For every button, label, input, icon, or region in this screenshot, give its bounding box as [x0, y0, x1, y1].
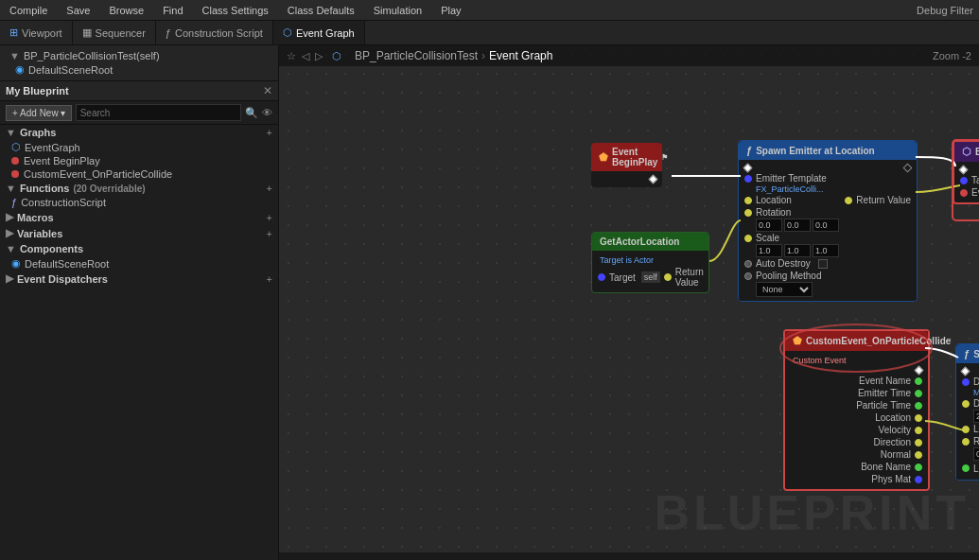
decal-mat-value: M_FX_Decal_Blo... [962, 388, 979, 397]
my-blueprint-title: My Blueprint [6, 85, 69, 96]
graphs-add-button[interactable]: + [267, 127, 272, 138]
get-actor-location-node[interactable]: GetActorLocation Target is Actor Target … [591, 232, 709, 293]
menu-browse[interactable]: Browse [105, 4, 148, 17]
menu-class-settings[interactable]: Class Settings [199, 4, 272, 17]
spawn-emitter-node[interactable]: ƒ Spawn Emitter at Location Emitter Temp… [738, 140, 918, 302]
menu-class-defaults[interactable]: Class Defaults [284, 4, 358, 17]
bookmark-icon[interactable]: ☆ [287, 50, 296, 62]
get-actor-location-body: Target is Actor Target self Return Value [592, 251, 708, 292]
functions-label: Functions [20, 183, 70, 194]
tree-item-bp-self[interactable]: ▼ BP_ParticleCollisionTest(self) [4, 49, 274, 62]
bind-event-in [960, 189, 968, 197]
variables-label: Variables [17, 228, 62, 239]
tree-default-scene-root[interactable]: ◉ DefaultSceneRoot [0, 256, 278, 271]
sequencer-icon: ▦ [82, 26, 92, 39]
normal-out [915, 451, 922, 459]
decal-rot-x[interactable] [973, 447, 979, 461]
custom-event-node[interactable]: ⬟ CustomEvent_OnParticleCollide Custom E… [783, 329, 930, 491]
dispatchers-add-button[interactable]: + [267, 273, 272, 285]
menu-simulation[interactable]: Simulation [370, 4, 426, 17]
tab-construction-script[interactable]: ƒ Construction Script [156, 21, 273, 44]
macros-add-button[interactable]: + [267, 212, 272, 223]
blueprint-watermark: BLUEPRINT [654, 484, 970, 541]
tree-event-begin-play[interactable]: Event BeginPlay [0, 154, 278, 167]
spawn-emitter-body: Emitter Template FX_ParticleColli... Loc… [739, 160, 917, 301]
tree-custom-event[interactable]: CustomEvent_OnParticleCollide [0, 167, 278, 181]
forward-icon[interactable]: ▷ [315, 50, 323, 62]
scale-fields [744, 244, 911, 257]
functions-section-header: ▼ Functions (20 Overridable) + [0, 181, 278, 196]
event-dispatchers-section-header: ▶ Event Dispatchers + [0, 271, 278, 287]
spawn-emitter-header: ƒ Spawn Emitter at Location [739, 141, 917, 160]
bind-event-header: ⬡ Bind Event to OnParticleCollide [954, 142, 979, 162]
bind-exec-in-pin [959, 166, 969, 175]
tree-item-default-scene-root-top[interactable]: ◉ DefaultSceneRoot [4, 62, 274, 77]
add-new-button[interactable]: + Add New ▾ [6, 105, 72, 121]
menu-play[interactable]: Play [437, 4, 464, 17]
breadcrumb: BP_ParticleCollisionTest › Event Graph [355, 49, 552, 62]
spawn-decal-body: Decal Material Return Value M_FX_Decal_B… [956, 363, 979, 480]
variables-add-button[interactable]: + [267, 228, 272, 239]
particle-time-pin: Particle Time [791, 399, 922, 411]
functions-add-button[interactable]: + [267, 183, 272, 194]
menu-find[interactable]: Find [159, 4, 186, 17]
bind-event-node[interactable]: ⬡ Bind Event to OnParticleCollide Target… [953, 140, 979, 204]
auto-destroy-checkbox[interactable] [818, 259, 828, 269]
dispatchers-label: Event Dispatchers [17, 273, 108, 285]
tree-section: ▼ Graphs + ⬡ EventGraph Event BeginPlay … [0, 125, 278, 560]
search-icon[interactable]: 🔍 [245, 107, 258, 119]
breadcrumb-separator: › [481, 49, 485, 62]
debug-filter-label: Debug Filter [917, 5, 973, 16]
pooling-select[interactable]: None [756, 282, 813, 297]
tree-event-graph[interactable]: ⬡ EventGraph [0, 140, 278, 154]
scale-x-field[interactable] [756, 244, 782, 257]
tab-sequencer[interactable]: ▦ Sequencer [73, 21, 156, 44]
get-actor-location-header: GetActorLocation [592, 233, 708, 251]
return-pin [664, 273, 672, 281]
spawn-decal-node[interactable]: ƒ Spawn Decal at Location Decal Material… [955, 343, 979, 481]
bind-target-in [960, 177, 968, 184]
decal-loc-in [962, 426, 970, 433]
event-name-out [915, 377, 922, 385]
event-begin-play-node[interactable]: ⬟ Event BeginPlay ⚑ [591, 143, 662, 187]
rotation-x-field[interactable] [756, 219, 782, 232]
menu-save[interactable]: Save [62, 4, 94, 17]
scale-z-field[interactable] [813, 244, 839, 257]
macros-section-header: ▶ Macros + [0, 209, 278, 225]
my-blueprint-close[interactable]: ✕ [263, 84, 272, 97]
arrow-icon: ▼ [9, 50, 20, 61]
graph-icon: ⬡ [283, 26, 292, 39]
rotation-y-field[interactable] [784, 219, 811, 232]
pooling-in [744, 272, 752, 280]
target-pin: Target self Return Value [598, 266, 703, 289]
event-icon: ⬟ [599, 151, 608, 164]
tree-construction-script[interactable]: ƒ ConstructionScript [0, 196, 278, 209]
scale-y-field[interactable] [784, 244, 811, 257]
pooling-pin: Pooling Method [744, 270, 911, 282]
func-node-icon: ƒ [746, 145, 752, 156]
event-begin-play-body [591, 171, 662, 187]
rotation-z-field[interactable] [813, 219, 839, 232]
menu-bar: Compile Save Browse Find Class Settings … [0, 0, 979, 21]
particle-time-out [915, 402, 922, 410]
direction-out [915, 439, 922, 446]
tab-event-graph[interactable]: ⬡ Event Graph [273, 21, 365, 44]
self-badge: self [641, 271, 660, 283]
search-input[interactable] [76, 104, 241, 121]
custom-event-label: Custom Event [791, 355, 922, 366]
tab-viewport[interactable]: ⊞ Viewport [0, 21, 73, 44]
auto-destroy-pin: Auto Destroy [744, 257, 911, 270]
decal-size-x[interactable] [973, 410, 979, 423]
decal-material-pin: Decal Material Return Value [962, 376, 979, 388]
scale-pin: Scale [744, 232, 911, 244]
back-icon[interactable]: ◁ [302, 50, 309, 62]
target-in-pin [598, 273, 605, 281]
custom-event-body: Custom Event Event Name Emitter Time Par… [785, 351, 928, 489]
filter-icon[interactable]: 👁 [262, 107, 272, 118]
component-icon: ◉ [11, 257, 21, 270]
menu-compile[interactable]: Compile [6, 4, 51, 17]
construction-icon: ƒ [166, 27, 171, 39]
canvas[interactable]: ☆ ◁ ▷ ⬡ BP_ParticleCollisionTest › Event… [279, 45, 979, 560]
bind-icon: ⬡ [962, 146, 971, 158]
scroll-bar[interactable] [279, 552, 979, 560]
